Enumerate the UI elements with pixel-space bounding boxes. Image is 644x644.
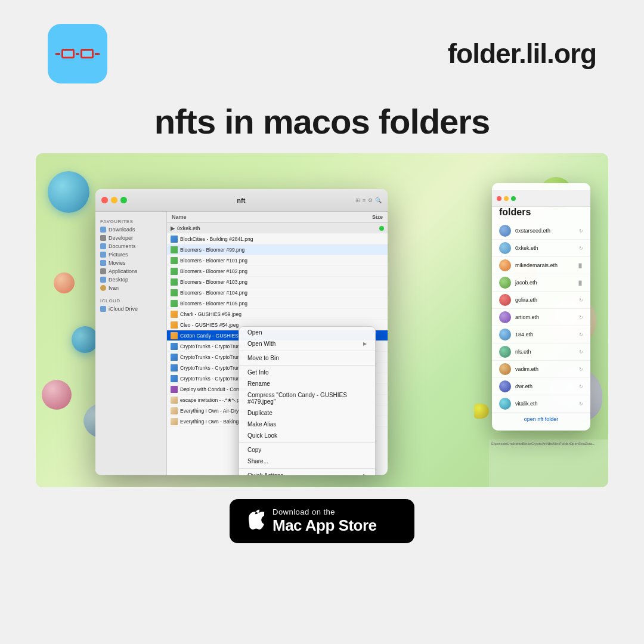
ctx-divider-1 xyxy=(239,351,375,351)
folder-name: vadim.eth xyxy=(515,366,575,372)
list-item[interactable]: Charli - GUSHIES #59.jpeg xyxy=(167,309,388,320)
fp-minimize[interactable] xyxy=(504,196,509,201)
folder-name: jacob.eth xyxy=(515,280,573,286)
ctx-move-to-bin[interactable]: Move to Bin xyxy=(239,352,375,364)
context-menu: Open Open With ▶ Move to Bin Get Info Re… xyxy=(239,326,376,475)
folder-row[interactable]: vitalik.eth ↻ xyxy=(492,395,590,413)
ctx-quick-look[interactable]: Quick Look xyxy=(239,430,375,441)
folder-avatar xyxy=(499,380,511,392)
close-button[interactable] xyxy=(101,197,108,203)
folder-name: artiom.eth xyxy=(515,314,575,320)
folder-row[interactable]: golira.eth ↻ xyxy=(492,292,590,309)
ctx-make-alias[interactable]: Make Alias xyxy=(239,419,375,430)
folder-sync-icon: ↻ xyxy=(579,367,583,372)
ctx-open-with[interactable]: Open With ▶ xyxy=(239,338,375,349)
nft-creature-blue xyxy=(48,171,89,213)
folders-panel: folders 0xstarseed.eth ↻ 0xkek.eth ↻ mik… xyxy=(492,183,590,431)
folder-row[interactable]: mikedemarais.eth ▐▌ xyxy=(492,257,590,274)
minimize-button[interactable] xyxy=(111,197,117,203)
list-item[interactable]: Bloomers - Bloomer #101.png xyxy=(167,255,388,266)
sidebar-item-desktop[interactable]: Desktop xyxy=(95,275,166,284)
open-nft-folder-link[interactable]: open nft folder xyxy=(492,413,590,426)
folder-row[interactable]: dwr.eth ↻ xyxy=(492,378,590,395)
app-store-badge[interactable]: Download on the Mac App Store xyxy=(230,499,414,543)
folder-name: 184.eth xyxy=(515,332,575,338)
nft-creature-blue2 xyxy=(72,326,98,353)
nft-creature-orange xyxy=(54,273,75,293)
folder-avatar xyxy=(499,259,511,271)
ctx-copy[interactable]: Copy xyxy=(239,444,375,456)
ctx-divider-2 xyxy=(239,365,375,366)
folder-avatar xyxy=(499,398,511,410)
folder-sync-icon: ▐▌ xyxy=(577,264,583,268)
sidebar-item-ivan[interactable]: Ivan xyxy=(95,284,166,292)
folder-sync-icon: ▐▌ xyxy=(577,281,583,285)
fullscreen-button[interactable] xyxy=(120,197,127,203)
sidebar-section-favourites: Favourites xyxy=(95,216,166,225)
sidebar-item-developer[interactable]: Developer xyxy=(95,234,166,242)
folder-sync-icon: ↻ xyxy=(579,332,583,338)
screenshot-area: EkpressinUndirektaBlnkaCryptoArtNftsMint… xyxy=(36,153,608,487)
ctx-duplicate[interactable]: Duplicate xyxy=(239,407,375,419)
folder-sync-icon: ↻ xyxy=(579,228,583,234)
folder-sync-icon: ↻ xyxy=(579,349,583,355)
file-list-header: Name Size xyxy=(167,212,388,223)
ctx-share[interactable]: Share... xyxy=(239,456,375,467)
folder-avatar xyxy=(499,294,511,306)
folder-row[interactable]: 0xstarseed.eth ↻ xyxy=(492,222,590,240)
sidebar-item-downloads[interactable]: Downloads xyxy=(95,225,166,234)
folder-row[interactable]: vadim.eth ↻ xyxy=(492,361,590,378)
file-section-0xkek: ▶0xkek.eth xyxy=(167,223,388,234)
folder-sync-icon: ↻ xyxy=(579,298,583,303)
column-name: Name xyxy=(172,214,187,220)
sidebar-item-movies[interactable]: Movies xyxy=(95,259,166,267)
finder-window-title: nft xyxy=(132,197,351,204)
list-item[interactable]: Bloomers - Bloomer #104.png xyxy=(167,287,388,298)
ctx-quick-actions[interactable]: Quick Actions ▶ xyxy=(239,470,375,475)
header: folder.lil.org xyxy=(0,0,644,95)
folder-row[interactable]: 0xkek.eth ↻ xyxy=(492,240,590,257)
folder-name: dwr.eth xyxy=(515,383,575,389)
folder-avatar xyxy=(499,242,511,254)
sidebar-item-icloud-drive[interactable]: iCloud Drive xyxy=(95,305,166,313)
ctx-divider-3 xyxy=(239,442,375,443)
sidebar-item-pictures[interactable]: Pictures xyxy=(95,250,166,259)
folder-row[interactable]: artiom.eth ↻ xyxy=(492,309,590,326)
folder-sync-icon: ↻ xyxy=(579,315,583,320)
folder-avatar xyxy=(499,346,511,358)
ctx-get-info[interactable]: Get Info xyxy=(239,367,375,378)
fp-close[interactable] xyxy=(497,196,501,201)
sidebar-item-documents[interactable]: Documents xyxy=(95,242,166,250)
folder-row[interactable]: 184.eth ↻ xyxy=(492,326,590,343)
list-item[interactable]: BlockCities - Building #2841.png xyxy=(167,234,388,244)
list-item[interactable]: Bloomers - Bloomer #103.png xyxy=(167,277,388,287)
folder-row[interactable]: nls.eth ↻ xyxy=(492,343,590,361)
download-section: Download on the Mac App Store xyxy=(0,499,644,543)
badge-small-text: Download on the xyxy=(273,507,377,516)
folder-avatar xyxy=(499,311,511,323)
fp-fullscreen[interactable] xyxy=(511,196,516,201)
folder-name: vitalik.eth xyxy=(515,401,575,407)
bottom-text-area: EkpressinUndirektaBlnkaCryptoArtNftsMint… xyxy=(489,439,608,487)
folder-sync-icon: ↻ xyxy=(579,384,583,389)
list-item[interactable]: Bloomers - Bloomer #105.png xyxy=(167,298,388,309)
nft-creature-star-small xyxy=(474,404,489,419)
badge-text: Download on the Mac App Store xyxy=(273,507,377,535)
app-icon xyxy=(48,24,107,83)
ctx-divider-4 xyxy=(239,468,375,469)
folders-panel-title: folders xyxy=(492,207,590,222)
ctx-compress[interactable]: Compress "Cotton Candy - GUSHIES #479.jp… xyxy=(239,389,375,407)
folder-row[interactable]: jacob.eth ▐▌ xyxy=(492,274,590,292)
list-item[interactable]: Bloomers - Bloomer #99.png xyxy=(167,244,388,255)
ctx-rename[interactable]: Rename xyxy=(239,378,375,389)
sidebar-item-applications[interactable]: Applications xyxy=(95,267,166,275)
badge-large-text: Mac App Store xyxy=(273,516,377,535)
apple-logo-icon xyxy=(247,509,264,533)
folder-avatar xyxy=(499,225,511,237)
ctx-open[interactable]: Open xyxy=(239,327,375,338)
headline: nfts in macos folders xyxy=(0,95,644,153)
list-item[interactable]: Bloomers - Bloomer #102.png xyxy=(167,266,388,277)
folders-panel-header xyxy=(492,190,590,207)
folder-sync-icon: ↻ xyxy=(579,246,583,251)
finder-toolbar: nft ⊞≡⚙🔍 xyxy=(95,189,388,212)
